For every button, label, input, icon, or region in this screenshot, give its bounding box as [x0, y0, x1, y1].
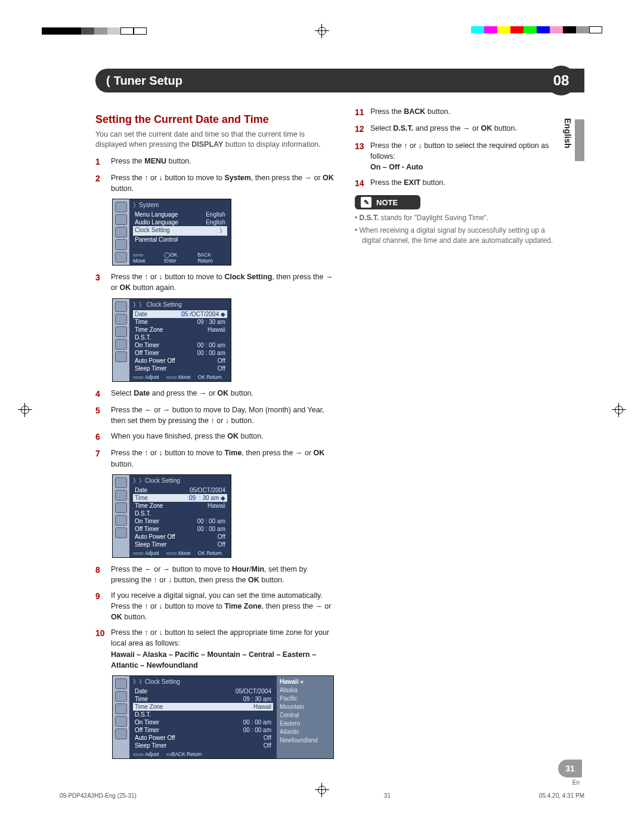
note-header: ✎ NOTE — [355, 195, 420, 209]
steps-left: 1Press the MENU button.2Press the ↑ or ↓… — [95, 156, 334, 759]
note-icon: ✎ — [361, 197, 371, 208]
language-tab: English — [563, 118, 572, 149]
note-item: D.S.T. stands for "Daylight Saving Time"… — [355, 213, 564, 223]
print-footer: 09-PDP42A3HD-Eng (25-31) 31 05.4.20, 4:3… — [60, 792, 584, 799]
step: 5Press the ← or → button to move to Day,… — [95, 405, 334, 426]
language-tab-bg — [575, 119, 584, 161]
step: 2Press the ↑ or ↓ button to move to Syst… — [95, 172, 334, 194]
step: 3Press the ↑ or ↓ button to move to Cloc… — [95, 271, 334, 293]
registration-mark-right — [612, 403, 626, 417]
notes-list: D.S.T. stands for "Daylight Saving Time"… — [355, 213, 564, 245]
step: 10Press the ↑ or ↓ button to select the … — [95, 627, 334, 671]
footer-timestamp: 05.4.20, 4:31 PM — [539, 792, 584, 799]
step: 12Select D.S.T. and press the → or OK bu… — [355, 123, 564, 135]
step: 13Press the ↑ or ↓ button to select the … — [355, 140, 564, 172]
osd-screenshot: 》》Clock SettingDate05/OCT/2004Time09 : 3… — [112, 675, 334, 759]
page-language-abbrev: En — [572, 779, 580, 786]
chapter-header: ( Tuner Setup 08 — [95, 69, 584, 92]
chapter-title: Tuner Setup — [114, 74, 182, 88]
print-grayscale-bar — [42, 27, 147, 35]
section-intro: You can set the current date and time so… — [95, 129, 334, 150]
footer-page: 31 — [384, 792, 539, 799]
registration-mark-top — [315, 24, 329, 38]
note-label: NOTE — [376, 198, 398, 207]
page-number-badge: 31 — [558, 760, 582, 777]
step: 6When you have finished, press the OK bu… — [95, 431, 334, 443]
step: 9If you receive a digital signal, you ca… — [95, 590, 334, 622]
registration-mark-left — [18, 403, 32, 417]
step: 4Select Date and press the → or OK butto… — [95, 388, 334, 400]
step: 1Press the MENU button. — [95, 156, 334, 168]
steps-right: 11Press the BACK button.12Select D.S.T. … — [355, 106, 564, 189]
osd-screenshot: 》SystemMenu LanguageEnglishAudio Languag… — [112, 199, 231, 266]
osd-screenshot: 》》Clock SettingDate05/OCT/2004Time09 : 3… — [112, 474, 231, 558]
osd-screenshot: 》》 Clock SettingDate05/OCT/2004 ◆Time09 … — [112, 298, 231, 382]
note-item: When receiving a digital signal by succe… — [355, 226, 564, 246]
step: 11Press the BACK button. — [355, 106, 564, 118]
footer-filename: 09-PDP42A3HD-Eng (25-31) — [60, 792, 384, 799]
step: 14Press the EXIT button. — [355, 177, 564, 189]
print-color-bar — [471, 26, 602, 33]
chapter-number: 08 — [546, 66, 576, 95]
step: 8Press the ← or → button to move to Hour… — [95, 564, 334, 585]
section-heading: Setting the Current Date and Time — [95, 113, 334, 126]
step: 7Press the ↑ or ↓ button to move to Time… — [95, 448, 334, 469]
